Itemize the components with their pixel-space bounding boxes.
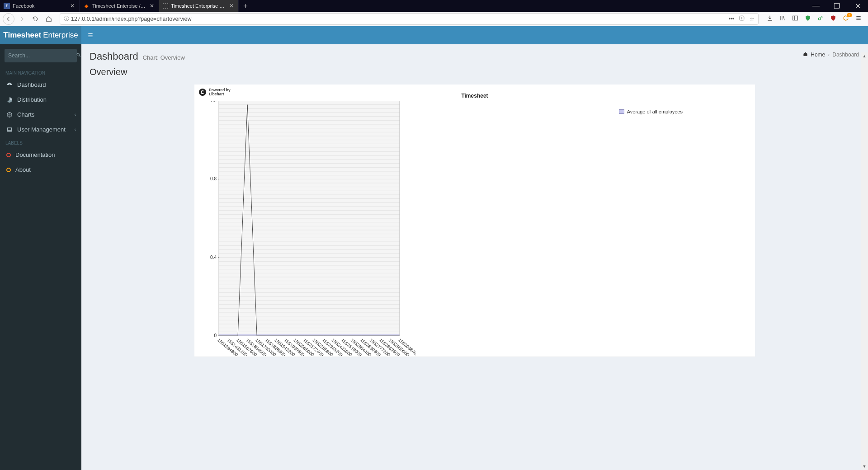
sidebar-item-distribution[interactable]: Distribution <box>0 92 81 107</box>
arrow-right-icon <box>19 16 25 22</box>
bookmark-star-icon[interactable]: ☆ <box>750 16 755 22</box>
downloads-icon[interactable] <box>767 15 773 23</box>
dashboard-icon <box>5 82 14 88</box>
chevron-left-icon: ‹ <box>75 112 76 117</box>
laptop-icon <box>5 127 14 133</box>
reload-icon <box>32 16 38 22</box>
content-area: Dashboard Chart: Overview Home › Dashboa… <box>81 26 868 470</box>
breadcrumb: Home › Dashboard <box>803 52 859 58</box>
close-icon[interactable]: ✕ <box>149 3 155 9</box>
forward-button[interactable] <box>15 13 28 25</box>
tab-sourceforge[interactable]: ◆ Timesheet Enterpise / Code / [ ✕ <box>80 0 159 12</box>
nav-header-labels: LABELS <box>0 137 81 147</box>
sidebar-item-about[interactable]: About <box>0 162 81 177</box>
chart-card: Powered byLibchart Timesheet Average of … <box>194 85 755 357</box>
back-button[interactable] <box>3 13 14 25</box>
tab-facebook[interactable]: f Facebook ✕ <box>0 0 80 12</box>
legend-swatch <box>619 109 624 114</box>
tab-label: Facebook <box>13 3 66 9</box>
menu-icon[interactable] <box>855 15 862 23</box>
home-icon <box>46 16 52 22</box>
tab-timesheet-dashboard[interactable]: Timesheet Enterprise | Dashboard ✕ <box>159 0 239 12</box>
svg-rect-6 <box>7 127 11 130</box>
globe-icon <box>5 112 14 118</box>
home-button[interactable] <box>42 13 55 25</box>
ublock-icon[interactable] <box>830 15 836 23</box>
content-header: Dashboard Chart: Overview <box>81 44 868 65</box>
reload-button[interactable] <box>29 13 42 25</box>
sidebar-item-charts[interactable]: Charts ‹ <box>0 107 81 122</box>
key-icon[interactable] <box>817 15 824 23</box>
url-input[interactable] <box>71 16 728 22</box>
new-tab-button[interactable]: ＋ <box>239 0 252 12</box>
url-bar[interactable]: ⓘ ••• ☆ <box>60 13 759 25</box>
more-icon[interactable]: ••• <box>728 16 734 22</box>
search-input[interactable] <box>8 52 76 59</box>
tab-label: Timesheet Enterprise | Dashboard <box>171 3 226 9</box>
nav-label: Distribution <box>17 96 47 103</box>
svg-point-2 <box>818 18 821 20</box>
svg-text:0.8: 0.8 <box>210 176 217 181</box>
sidebar-search[interactable] <box>5 49 77 62</box>
legend-label: Average of all employees <box>627 109 683 114</box>
search-icon[interactable] <box>76 52 81 60</box>
circle-yellow-icon <box>6 168 11 172</box>
sourceforge-icon: ◆ <box>83 3 90 9</box>
nav-label: Charts <box>17 111 34 118</box>
svg-point-3 <box>77 53 80 56</box>
close-icon[interactable]: ✕ <box>69 3 75 9</box>
chart-legend: Average of all employees <box>619 109 683 114</box>
breadcrumb-current: Dashboard <box>832 52 859 58</box>
svg-text:0: 0 <box>214 333 217 338</box>
close-icon[interactable]: ✕ <box>228 3 235 9</box>
nav-label: Dashboard <box>17 81 46 88</box>
sidebar-item-user-management[interactable]: User Management ‹ <box>0 122 81 137</box>
hamburger-icon <box>87 32 94 38</box>
window-minimize-button[interactable]: — <box>806 0 826 12</box>
svg-text:1.2: 1.2 <box>210 101 217 103</box>
nav-label: About <box>15 166 31 173</box>
pie-chart-icon <box>5 97 14 103</box>
circle-red-icon <box>6 153 11 157</box>
library-icon[interactable] <box>779 15 786 23</box>
nav-label: User Management <box>17 126 66 133</box>
sidebar: MAIN NAVIGATION Dashboard Distribution C… <box>0 26 81 470</box>
page-scrollbar[interactable]: ▲ ▼ <box>861 52 868 470</box>
browser-tabstrip: f Facebook ✕ ◆ Timesheet Enterpise / Cod… <box>0 0 868 12</box>
breadcrumb-sep: › <box>828 52 830 58</box>
info-icon[interactable]: ⓘ <box>62 15 71 23</box>
scroll-down-icon[interactable]: ▼ <box>861 463 868 470</box>
browser-toolbar: ⓘ ••• ☆ <box>0 12 868 26</box>
svg-text:0.4: 0.4 <box>210 255 217 260</box>
arrow-left-icon <box>5 16 12 22</box>
blank-favicon-icon <box>163 3 168 9</box>
facebook-icon: f <box>4 3 10 9</box>
sidebar-toggle-button[interactable] <box>81 26 99 44</box>
svg-point-4 <box>9 84 10 85</box>
brand-logo[interactable]: Timesheet Enterprise <box>0 26 81 44</box>
page-title: Dashboard <box>90 51 138 62</box>
brand-bold: Timesheet <box>3 31 41 40</box>
svg-rect-1 <box>793 16 798 20</box>
tab-label: Timesheet Enterpise / Code / [ <box>92 3 146 9</box>
window-close-button[interactable]: ✕ <box>847 0 868 12</box>
chart-plot: 00.40.81.2155139480015514812001551567600… <box>208 101 416 358</box>
shield-icon[interactable] <box>805 15 811 23</box>
window-maximize-button[interactable]: ❐ <box>826 0 847 12</box>
page-subtitle: Chart: Overview <box>143 54 185 61</box>
sidebar-item-dashboard[interactable]: Dashboard <box>0 77 81 92</box>
reader-icon[interactable] <box>739 15 745 23</box>
home-icon <box>803 52 808 58</box>
chart-title: Timesheet <box>199 93 750 99</box>
sidebar-item-documentation[interactable]: Documentation <box>0 147 81 162</box>
scroll-up-icon[interactable]: ▲ <box>861 52 868 60</box>
extension-badge-icon[interactable] <box>843 15 849 23</box>
brand-light: Enterprise <box>43 31 78 40</box>
sidebar-icon[interactable] <box>792 15 798 23</box>
nav-label: Documentation <box>15 151 55 158</box>
breadcrumb-home[interactable]: Home <box>811 52 825 58</box>
section-title: Overview <box>81 65 868 82</box>
chevron-left-icon: ‹ <box>75 127 76 132</box>
app-header: Timesheet Enterprise <box>0 26 868 44</box>
nav-header-main: MAIN NAVIGATION <box>0 67 81 77</box>
